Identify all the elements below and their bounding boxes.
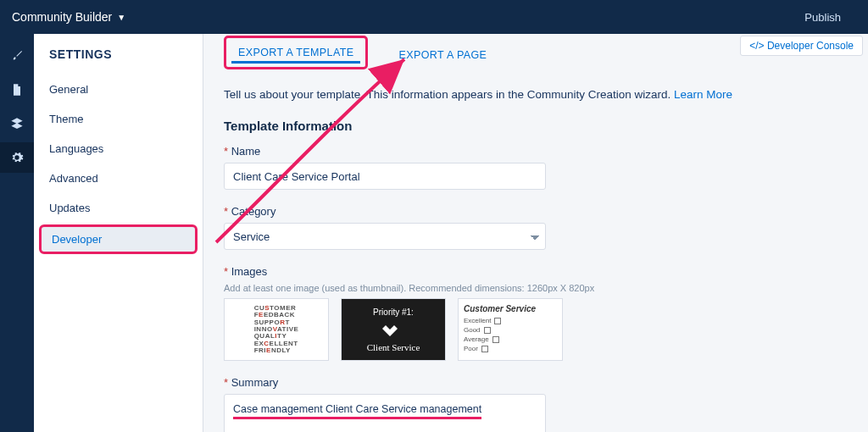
category-select[interactable]: Service [224, 223, 546, 250]
summary-label: Summary [224, 376, 848, 389]
rail-item-layers[interactable] [0, 108, 34, 139]
sidebar-item-advanced[interactable]: Advanced [34, 163, 203, 193]
sidebar-item-languages[interactable]: Languages [34, 134, 203, 163]
image-thumb-2[interactable]: Priority #1: Client Service [341, 298, 446, 361]
learn-more-link[interactable]: Learn More [674, 88, 732, 101]
main-panel: </> Developer Console EXPORT A TEMPLATE … [203, 34, 868, 432]
rail-item-brush[interactable] [0, 41, 34, 71]
rail-item-page[interactable] [0, 75, 34, 105]
publish-button[interactable]: Publish [789, 0, 856, 34]
settings-title: SETTINGS [34, 34, 203, 75]
name-label: Name [224, 145, 848, 158]
images-hint: Add at least one image (used as thumbnai… [224, 283, 848, 293]
tab-export-page[interactable]: EXPORT A PAGE [387, 41, 498, 69]
sidebar-item-general[interactable]: General [34, 75, 203, 104]
sidebar-item-updates[interactable]: Updates [34, 193, 203, 223]
settings-sidebar: SETTINGS General Theme Languages Advance… [34, 34, 203, 432]
image-thumb-3[interactable]: Customer Service Excellent Good Average … [458, 298, 563, 361]
rail-item-settings[interactable] [0, 142, 34, 173]
tab-export-template[interactable]: EXPORT A TEMPLATE [224, 36, 368, 69]
left-rail [0, 34, 34, 432]
sidebar-item-theme[interactable]: Theme [34, 104, 203, 134]
name-input[interactable] [224, 163, 546, 190]
app-title[interactable]: Community Builder ▼ [12, 10, 125, 24]
image-thumb-1[interactable]: CUSTOMER FEEDBACK SUPPORT INNOVATIVE QUA… [224, 298, 329, 361]
images-label: Images [224, 265, 848, 278]
category-label: Category [224, 205, 848, 218]
template-info-heading: Template Information [224, 119, 848, 133]
intro-text: Tell us about your template. This inform… [224, 86, 848, 103]
developer-console-link[interactable]: </> Developer Console [740, 36, 863, 56]
sidebar-item-developer[interactable]: Developer [39, 224, 198, 254]
summary-input[interactable]: Case management Client Care Service mana… [224, 394, 546, 432]
caret-down-icon: ▼ [117, 13, 125, 22]
